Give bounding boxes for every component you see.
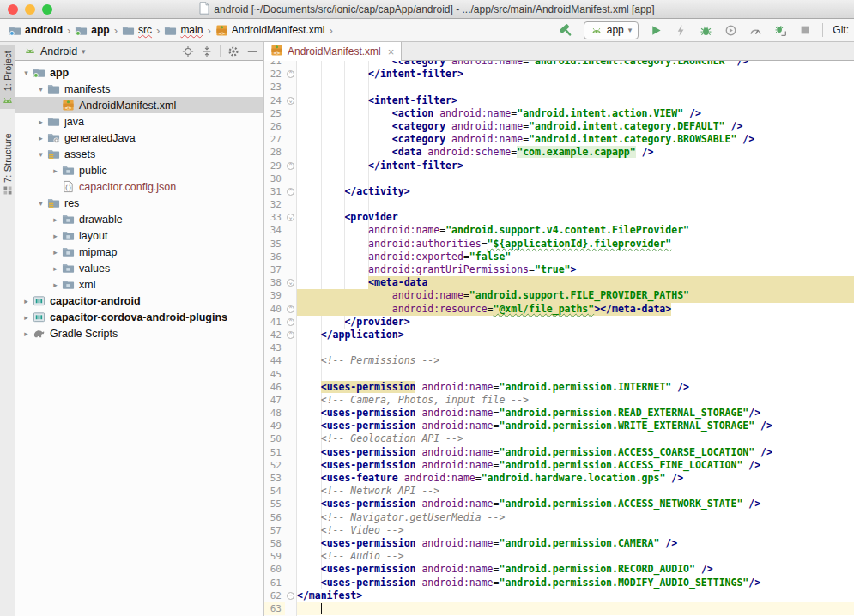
git-branch-widget[interactable]: Git: (833, 24, 849, 36)
zoom-window-button[interactable] (42, 4, 52, 15)
code-line-57[interactable]: 57 <!-- Video --> (264, 524, 854, 537)
code-line-34[interactable]: 34 android:name="android.support.v4.cont… (264, 224, 854, 237)
code-line-51[interactable]: 51 <uses-permission android:name="androi… (264, 446, 854, 459)
code-line-60[interactable]: 60 <uses-permission android:name="androi… (264, 563, 854, 576)
tool-window-button-project[interactable]: 1: Project (0, 45, 15, 109)
close-window-button[interactable] (8, 4, 18, 15)
code-line-27[interactable]: 27 <category android:name="android.inten… (264, 133, 854, 146)
code-line-46[interactable]: 46 <uses-permission android:name="androi… (264, 381, 854, 394)
code-line-25[interactable]: 25 <action android:name="android.intent.… (264, 107, 854, 120)
expand-arrow-icon[interactable]: ▸ (50, 215, 61, 224)
build-hammer-button[interactable] (559, 22, 574, 38)
code-line-38[interactable]: 38⌄ <meta-data (264, 276, 854, 289)
fold-marker-icon[interactable]: ⌃ (287, 318, 294, 326)
code-line-47[interactable]: 47 <!-- Camera, Photos, input file --> (264, 394, 854, 407)
tree-item-public[interactable]: ▸public (15, 162, 263, 178)
code-line-63[interactable]: 63 (264, 602, 854, 615)
stop-button[interactable] (797, 22, 813, 38)
tree-item-mipmap[interactable]: ▸mipmap (15, 244, 263, 260)
code-line-45[interactable]: 45 (264, 368, 854, 381)
code-line-58[interactable]: 58 <uses-permission android:name="androi… (264, 537, 854, 550)
breadcrumb-item-app[interactable]: app (73, 23, 111, 38)
apply-changes-lightning-button[interactable] (673, 22, 688, 38)
code-line-33[interactable]: 33⌄ <provider (264, 211, 854, 224)
code-line-48[interactable]: 48 <uses-permission android:name="androi… (264, 407, 854, 420)
chevron-down-icon[interactable]: ▾ (82, 47, 86, 56)
tree-item-values[interactable]: ▸values (15, 260, 263, 276)
code-line-28[interactable]: 28 <data android:scheme="com.example.cap… (264, 146, 854, 159)
code-line-29[interactable]: 29⌃ </intent-filter> (264, 160, 854, 172)
code-line-40[interactable]: 40⌃ android:resource="@xml/file_paths"><… (264, 303, 854, 316)
locate-target-button[interactable] (182, 45, 194, 57)
profiler-gauge-button[interactable] (748, 22, 763, 38)
expand-arrow-icon[interactable]: ▾ (21, 69, 32, 77)
fold-marker-icon[interactable]: ⌃ (287, 305, 294, 313)
fold-marker-icon[interactable]: ⌄ (287, 97, 294, 105)
tree-item-res[interactable]: ▾res (15, 195, 263, 211)
code-line-36[interactable]: 36 android:exported="false" (264, 251, 854, 263)
breadcrumb-item-android[interactable]: android (7, 23, 64, 38)
code-line-37[interactable]: 37 android:grantUriPermissions="true"> (264, 263, 854, 276)
tool-window-button-structure[interactable]: 7: Structure (0, 128, 15, 199)
code-line-26[interactable]: 26 <category android:name="android.inten… (264, 120, 854, 133)
code-line-44[interactable]: 44 <!-- Permissions --> (264, 354, 854, 367)
code-line-56[interactable]: 56 <!-- Navigator.getUserMedia --> (264, 511, 854, 524)
code-line-54[interactable]: 54 <!-- Network API --> (264, 485, 854, 498)
tree-item-app[interactable]: ▾app (15, 64, 263, 81)
code-line-32[interactable]: 32 (264, 198, 854, 211)
expand-arrow-icon[interactable]: ▸ (21, 329, 32, 338)
expand-arrow-icon[interactable]: ▾ (35, 150, 46, 159)
code-line-49[interactable]: 49 <uses-permission android:name="androi… (264, 420, 854, 432)
collapse-all-button[interactable] (201, 45, 213, 57)
tree-item-androidmanifest-xml[interactable]: <>AndroidManifest.xml (15, 97, 263, 113)
fold-marker-icon[interactable]: ⌄ (287, 214, 294, 221)
expand-arrow-icon[interactable]: ▾ (35, 85, 46, 94)
code-line-35[interactable]: 35 android:authorities="${applicationId}… (264, 238, 854, 251)
run-with-coverage-button[interactable] (723, 22, 738, 38)
code-line-24[interactable]: 24⌄ <intent-filter> (264, 94, 854, 107)
settings-gear-button[interactable] (227, 45, 239, 57)
run-play-button[interactable] (648, 22, 663, 38)
expand-arrow-icon[interactable]: ▸ (35, 134, 46, 142)
tree-item-manifests[interactable]: ▾manifests (15, 81, 263, 97)
code-line-21[interactable]: 21 <category android:name="android.inten… (264, 61, 854, 68)
code-line-53[interactable]: 53 <uses-feature android:name="android.h… (264, 472, 854, 485)
code-line-55[interactable]: 55 <uses-permission android:name="androi… (264, 498, 854, 510)
breadcrumb-item-androidmanifest-xml[interactable]: <>AndroidManifest.xml (214, 23, 327, 38)
tree-item-gradle-scripts[interactable]: ▸Gradle Scripts (15, 325, 263, 341)
expand-arrow-icon[interactable]: ▸ (50, 281, 61, 289)
tree-item-capacitor-config-json[interactable]: {}capacitor.config.json (15, 178, 263, 195)
expand-arrow-icon[interactable]: ▸ (35, 118, 46, 126)
code-line-62[interactable]: 62−</manifest> (264, 589, 854, 602)
debug-bug-button[interactable] (698, 22, 713, 38)
code-line-22[interactable]: 22⌃ </intent-filter> (264, 68, 854, 81)
expand-arrow-icon[interactable]: ▸ (50, 232, 61, 240)
code-line-61[interactable]: 61 <uses-permission android:name="androi… (264, 577, 854, 589)
expand-arrow-icon[interactable]: ▾ (35, 199, 46, 208)
hide-minus-button[interactable] (246, 45, 258, 57)
code-line-30[interactable]: 30 (264, 172, 854, 185)
tree-item-capacitor-cordova-android-plugins[interactable]: ▸capacitor-cordova-android-plugins (15, 309, 263, 325)
tree-item-drawable[interactable]: ▸drawable (15, 211, 263, 227)
code-line-52[interactable]: 52 <uses-permission android:name="androi… (264, 459, 854, 472)
code-editor[interactable]: 21 <category android:name="android.inten… (264, 61, 854, 616)
code-line-43[interactable]: 43 (264, 341, 854, 354)
fold-marker-icon[interactable]: ⌃ (287, 331, 294, 339)
breadcrumb-item-main[interactable]: main (162, 23, 204, 38)
code-line-59[interactable]: 59 <!-- Audio --> (264, 550, 854, 563)
expand-arrow-icon[interactable]: ▸ (21, 313, 32, 322)
fold-marker-icon[interactable]: ⌃ (287, 162, 294, 170)
code-line-39[interactable]: 39 android:name="android.support.FILE_PR… (264, 289, 854, 302)
expand-arrow-icon[interactable]: ▸ (50, 248, 61, 257)
close-icon[interactable]: × (388, 45, 395, 58)
minimize-window-button[interactable] (25, 4, 35, 15)
tree-item-assets[interactable]: ▾assets (15, 146, 263, 162)
fold-marker-icon[interactable]: ⌃ (287, 188, 294, 196)
fold-marker-icon[interactable]: − (287, 592, 294, 600)
run-configuration-selector[interactable]: app▾ (584, 21, 639, 39)
code-line-23[interactable]: 23 (264, 81, 854, 94)
code-line-41[interactable]: 41⌃ </provider> (264, 316, 854, 329)
tree-item-layout[interactable]: ▸layout (15, 227, 263, 244)
tree-item-capacitor-android[interactable]: ▸capacitor-android (15, 293, 263, 309)
tree-item-java[interactable]: ▸java (15, 113, 263, 130)
